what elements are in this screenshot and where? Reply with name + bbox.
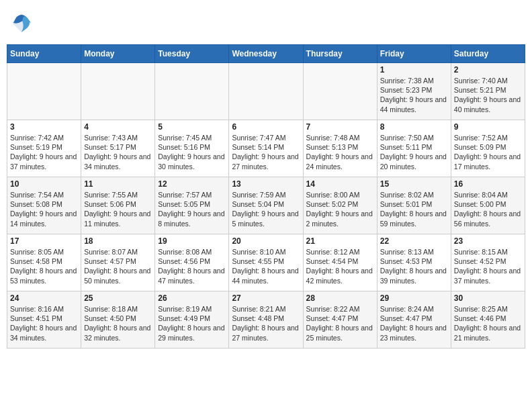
day-info: Sunrise: 8:08 AM Sunset: 4:56 PM Dayligh… — [158, 248, 224, 285]
day-info: Sunrise: 7:59 AM Sunset: 5:04 PM Dayligh… — [232, 191, 298, 228]
calendar-cell: 10Sunrise: 7:54 AM Sunset: 5:08 PM Dayli… — [7, 177, 81, 234]
day-info: Sunrise: 7:55 AM Sunset: 5:06 PM Dayligh… — [84, 191, 150, 228]
calendar-cell: 6Sunrise: 7:47 AM Sunset: 5:14 PM Daylig… — [229, 120, 303, 177]
day-info: Sunrise: 8:15 AM Sunset: 4:52 PM Dayligh… — [454, 248, 521, 285]
calendar-cell: 2Sunrise: 7:40 AM Sunset: 5:21 PM Daylig… — [451, 63, 525, 120]
calendar-cell: 19Sunrise: 8:08 AM Sunset: 4:56 PM Dayli… — [155, 234, 229, 291]
col-header-monday: Monday — [81, 45, 155, 63]
day-info: Sunrise: 7:45 AM Sunset: 5:16 PM Dayligh… — [158, 134, 224, 171]
calendar-cell: 22Sunrise: 8:13 AM Sunset: 4:53 PM Dayli… — [377, 234, 451, 291]
calendar-cell: 14Sunrise: 8:00 AM Sunset: 5:02 PM Dayli… — [303, 177, 377, 234]
day-info: Sunrise: 8:04 AM Sunset: 5:00 PM Dayligh… — [454, 191, 521, 228]
calendar-cell: 28Sunrise: 8:22 AM Sunset: 4:47 PM Dayli… — [303, 291, 377, 349]
day-info: Sunrise: 7:54 AM Sunset: 5:08 PM Dayligh… — [10, 191, 77, 228]
day-number: 9 — [454, 122, 522, 132]
col-header-sunday: Sunday — [7, 45, 81, 63]
day-number: 28 — [306, 293, 374, 303]
day-number: 21 — [306, 236, 374, 246]
calendar-cell: 24Sunrise: 8:16 AM Sunset: 4:51 PM Dayli… — [7, 291, 81, 349]
col-header-friday: Friday — [377, 45, 451, 63]
day-number: 30 — [454, 293, 522, 303]
day-number: 11 — [84, 179, 152, 189]
day-info: Sunrise: 8:24 AM Sunset: 4:47 PM Dayligh… — [380, 305, 447, 342]
day-number: 19 — [158, 236, 226, 246]
day-info: Sunrise: 7:38 AM Sunset: 5:23 PM Dayligh… — [380, 77, 447, 113]
calendar-cell — [7, 63, 81, 120]
day-number: 1 — [380, 65, 448, 75]
day-number: 24 — [10, 293, 78, 303]
day-number: 29 — [380, 293, 448, 303]
day-number: 16 — [454, 179, 522, 189]
calendar-cell — [81, 63, 155, 120]
day-number: 14 — [306, 179, 374, 189]
day-info: Sunrise: 8:19 AM Sunset: 4:49 PM Dayligh… — [158, 305, 224, 342]
day-info: Sunrise: 8:25 AM Sunset: 4:46 PM Dayligh… — [454, 305, 521, 342]
day-info: Sunrise: 7:57 AM Sunset: 5:05 PM Dayligh… — [158, 191, 224, 228]
calendar-cell: 15Sunrise: 8:02 AM Sunset: 5:01 PM Dayli… — [377, 177, 451, 234]
logo-icon — [9, 11, 34, 35]
day-number: 7 — [306, 122, 374, 132]
calendar-cell: 25Sunrise: 8:18 AM Sunset: 4:50 PM Dayli… — [81, 291, 155, 349]
day-info: Sunrise: 7:43 AM Sunset: 5:17 PM Dayligh… — [84, 134, 150, 171]
calendar-cell — [229, 63, 303, 120]
day-number: 5 — [158, 122, 226, 132]
day-info: Sunrise: 8:00 AM Sunset: 5:02 PM Dayligh… — [306, 191, 373, 228]
day-number: 8 — [380, 122, 448, 132]
calendar-cell — [303, 63, 377, 120]
day-info: Sunrise: 8:02 AM Sunset: 5:01 PM Dayligh… — [380, 191, 447, 228]
day-info: Sunrise: 7:52 AM Sunset: 5:09 PM Dayligh… — [454, 134, 521, 171]
day-number: 3 — [10, 122, 78, 132]
calendar: SundayMondayTuesdayWednesdayThursdayFrid… — [7, 44, 525, 349]
calendar-cell: 18Sunrise: 8:07 AM Sunset: 4:57 PM Dayli… — [81, 234, 155, 291]
day-info: Sunrise: 8:22 AM Sunset: 4:47 PM Dayligh… — [306, 305, 373, 342]
calendar-cell: 4Sunrise: 7:43 AM Sunset: 5:17 PM Daylig… — [81, 120, 155, 177]
day-number: 20 — [232, 236, 300, 246]
day-number: 4 — [84, 122, 152, 132]
calendar-cell: 26Sunrise: 8:19 AM Sunset: 4:49 PM Dayli… — [155, 291, 229, 349]
calendar-cell: 9Sunrise: 7:52 AM Sunset: 5:09 PM Daylig… — [451, 120, 525, 177]
calendar-cell: 27Sunrise: 8:21 AM Sunset: 4:48 PM Dayli… — [229, 291, 303, 349]
day-number: 12 — [158, 179, 226, 189]
calendar-cell: 21Sunrise: 8:12 AM Sunset: 4:54 PM Dayli… — [303, 234, 377, 291]
calendar-cell: 20Sunrise: 8:10 AM Sunset: 4:55 PM Dayli… — [229, 234, 303, 291]
day-number: 26 — [158, 293, 226, 303]
day-number: 23 — [454, 236, 522, 246]
col-header-thursday: Thursday — [303, 45, 377, 63]
day-number: 17 — [10, 236, 78, 246]
week-row-1: 1Sunrise: 7:38 AM Sunset: 5:23 PM Daylig… — [7, 63, 525, 120]
calendar-cell: 12Sunrise: 7:57 AM Sunset: 5:05 PM Dayli… — [155, 177, 229, 234]
day-info: Sunrise: 8:12 AM Sunset: 4:54 PM Dayligh… — [306, 248, 373, 285]
calendar-cell: 3Sunrise: 7:42 AM Sunset: 5:19 PM Daylig… — [7, 120, 81, 177]
calendar-header-row: SundayMondayTuesdayWednesdayThursdayFrid… — [7, 45, 525, 63]
header — [7, 7, 525, 39]
day-info: Sunrise: 8:07 AM Sunset: 4:57 PM Dayligh… — [84, 248, 150, 285]
day-info: Sunrise: 8:18 AM Sunset: 4:50 PM Dayligh… — [84, 305, 150, 342]
calendar-cell — [155, 63, 229, 120]
week-row-5: 24Sunrise: 8:16 AM Sunset: 4:51 PM Dayli… — [7, 291, 525, 349]
day-info: Sunrise: 8:10 AM Sunset: 4:55 PM Dayligh… — [232, 248, 298, 285]
calendar-cell: 23Sunrise: 8:15 AM Sunset: 4:52 PM Dayli… — [451, 234, 525, 291]
day-number: 22 — [380, 236, 448, 246]
day-info: Sunrise: 7:42 AM Sunset: 5:19 PM Dayligh… — [10, 134, 77, 171]
day-info: Sunrise: 8:21 AM Sunset: 4:48 PM Dayligh… — [232, 305, 298, 342]
col-header-wednesday: Wednesday — [229, 45, 303, 63]
logo — [9, 11, 36, 35]
day-info: Sunrise: 7:48 AM Sunset: 5:13 PM Dayligh… — [306, 134, 373, 171]
day-number: 27 — [232, 293, 300, 303]
calendar-cell: 7Sunrise: 7:48 AM Sunset: 5:13 PM Daylig… — [303, 120, 377, 177]
col-header-saturday: Saturday — [451, 45, 525, 63]
calendar-cell: 11Sunrise: 7:55 AM Sunset: 5:06 PM Dayli… — [81, 177, 155, 234]
calendar-cell: 16Sunrise: 8:04 AM Sunset: 5:00 PM Dayli… — [451, 177, 525, 234]
calendar-cell: 13Sunrise: 7:59 AM Sunset: 5:04 PM Dayli… — [229, 177, 303, 234]
day-info: Sunrise: 8:16 AM Sunset: 4:51 PM Dayligh… — [10, 305, 77, 342]
week-row-4: 17Sunrise: 8:05 AM Sunset: 4:58 PM Dayli… — [7, 234, 525, 291]
day-number: 10 — [10, 179, 78, 189]
calendar-cell: 17Sunrise: 8:05 AM Sunset: 4:58 PM Dayli… — [7, 234, 81, 291]
col-header-tuesday: Tuesday — [155, 45, 229, 63]
day-info: Sunrise: 7:47 AM Sunset: 5:14 PM Dayligh… — [232, 134, 298, 171]
week-row-2: 3Sunrise: 7:42 AM Sunset: 5:19 PM Daylig… — [7, 120, 525, 177]
day-number: 6 — [232, 122, 300, 132]
calendar-cell: 30Sunrise: 8:25 AM Sunset: 4:46 PM Dayli… — [451, 291, 525, 349]
day-info: Sunrise: 7:40 AM Sunset: 5:21 PM Dayligh… — [454, 77, 521, 113]
day-number: 13 — [232, 179, 300, 189]
